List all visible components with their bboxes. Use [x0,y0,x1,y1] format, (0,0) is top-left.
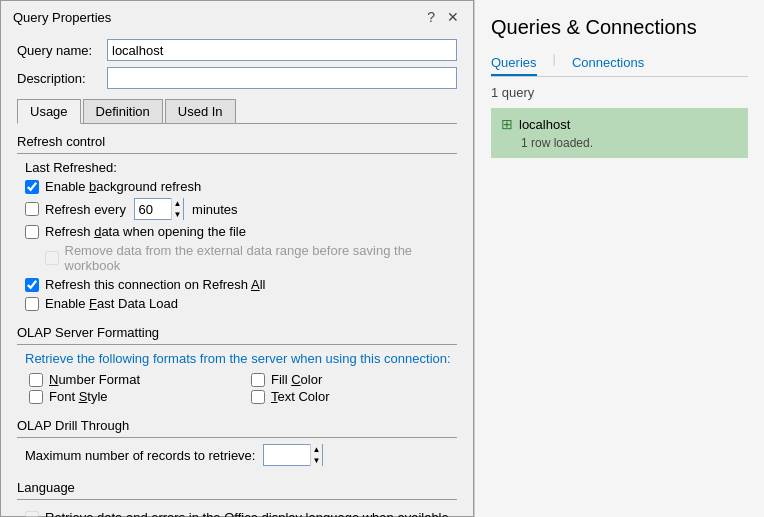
tab-used-in[interactable]: Used In [165,99,236,123]
enable-bg-row: Enable background refresh [25,179,457,194]
enable-fast-row: Enable Fast Data Load [25,296,457,311]
olap-formatting-title: OLAP Server Formatting [17,325,457,340]
dialog-titlebar: Query Properties ? ✕ [1,1,473,31]
section-divider-2 [17,344,457,345]
query-name-row: Query name: [17,39,457,61]
refresh-every-label: Refresh every [45,202,130,217]
panel-tab-queries[interactable]: Queries [491,51,537,76]
spinner-down[interactable]: ▼ [172,209,184,220]
enable-bg-checkbox[interactable] [25,180,39,194]
tab-usage-label: Usage [30,104,68,119]
fill-color-label: Fill Color [271,372,322,387]
drill-row: Maximum number of records to retrieve: ▲… [25,444,457,466]
language-row: Retrieve data and errors in the Office d… [25,510,457,517]
tab-used-in-label: Used In [178,104,223,119]
minutes-label: minutes [188,202,237,217]
refresh-every-input[interactable] [135,199,171,219]
spinner-arrows: ▲ ▼ [171,198,184,220]
language-label: Retrieve data and errors in the Office d… [45,510,449,517]
enable-fast-label: Enable Fast Data Load [45,296,178,311]
drill-spinner-up[interactable]: ▲ [311,444,323,455]
refresh-every-checkbox[interactable] [25,202,39,216]
section-divider-3 [17,437,457,438]
remove-data-checkbox[interactable] [45,251,59,265]
description-label: Description: [17,71,107,86]
query-properties-dialog: Query Properties ? ✕ Query name: Descrip… [0,0,474,517]
enable-fast-checkbox[interactable] [25,297,39,311]
query-count: 1 query [491,85,748,100]
refresh-all-checkbox[interactable] [25,278,39,292]
text-color-checkbox[interactable] [251,390,265,404]
tab-bar: Usage Definition Used In [17,99,457,124]
description-row: Description: [17,67,457,89]
query-item-header: ⊞ localhost [501,116,738,132]
close-button[interactable]: ✕ [445,9,461,25]
query-item-status: 1 row loaded. [521,136,738,150]
text-color-label: Text Color [271,389,330,404]
spinner-up[interactable]: ▲ [172,198,184,209]
olap-formatting-desc: Retrieve the following formats from the … [25,351,457,366]
query-name-label: Query name: [17,43,107,58]
language-title: Language [17,480,457,495]
drill-spinner: ▲ ▼ [263,444,323,466]
refresh-every-spinner: ▲ ▼ [134,198,185,220]
tab-definition[interactable]: Definition [83,99,163,123]
number-format-checkbox[interactable] [29,373,43,387]
titlebar-buttons: ? ✕ [425,9,461,25]
tab-separator: | [553,51,556,76]
tab-definition-label: Definition [96,104,150,119]
refresh-every-row: Refresh every ▲ ▼ minutes [25,198,457,220]
fill-color-checkbox[interactable] [251,373,265,387]
remove-data-row: Remove data from the external data range… [45,243,457,273]
remove-data-label: Remove data from the external data range… [65,243,458,273]
refresh-data-label: Refresh data when opening the file [45,224,246,239]
drill-input[interactable] [264,445,309,465]
olap-grid: Number Format Fill Color Font Style Text… [29,372,457,404]
olap-drill-title: OLAP Drill Through [17,418,457,433]
query-item[interactable]: ⊞ localhost 1 row loaded. [491,108,748,158]
panel-tab-connections-label: Connections [572,55,644,70]
refresh-all-row: Refresh this connection on Refresh All [25,277,457,292]
font-style-row: Font Style [29,389,235,404]
refresh-data-row: Refresh data when opening the file [25,224,457,239]
tab-usage[interactable]: Usage [17,99,81,124]
fill-color-row: Fill Color [251,372,457,387]
text-color-row: Text Color [251,389,457,404]
drill-spinner-down[interactable]: ▼ [311,455,323,466]
panel-title: Queries & Connections [491,16,748,39]
drill-label: Maximum number of records to retrieve: [25,448,255,463]
font-style-label: Font Style [49,389,108,404]
dialog-content: Query name: Description: Usage Definitio… [1,31,473,517]
help-button[interactable]: ? [425,9,437,25]
description-input[interactable] [107,67,457,89]
query-name-input[interactable] [107,39,457,61]
queries-panel: Queries & Connections Queries | Connecti… [474,0,764,517]
refresh-all-label: Refresh this connection on Refresh All [45,277,265,292]
panel-tabs: Queries | Connections [491,51,748,77]
last-refreshed-label: Last Refreshed: [25,160,457,175]
number-format-row: Number Format [29,372,235,387]
number-format-label: Number Format [49,372,140,387]
query-item-name: localhost [519,117,570,132]
section-divider-4 [17,499,457,500]
language-checkbox[interactable] [25,511,39,518]
panel-tab-connections[interactable]: Connections [572,51,644,76]
refresh-control-title: Refresh control [17,134,457,149]
query-item-icon: ⊞ [501,116,513,132]
drill-spinner-arrows: ▲ ▼ [310,444,323,466]
panel-tab-queries-label: Queries [491,55,537,70]
font-style-checkbox[interactable] [29,390,43,404]
dialog-title: Query Properties [13,10,111,25]
refresh-data-checkbox[interactable] [25,225,39,239]
section-divider-1 [17,153,457,154]
enable-bg-label: Enable background refresh [45,179,201,194]
